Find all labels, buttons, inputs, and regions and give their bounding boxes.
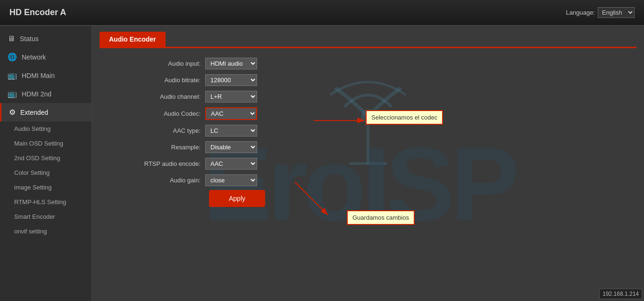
resample-label: Resample: — [130, 144, 205, 151]
sidebar-sub-onvif[interactable]: onvif setting — [0, 224, 92, 239]
network-icon: 🌐 — [8, 52, 17, 61]
audio-channel-select[interactable]: L+R Left Right — [205, 91, 257, 103]
audio-input-label: Audio input: — [130, 60, 205, 67]
hdmi-2nd-icon: 📺 — [8, 89, 17, 98]
sidebar-sub-audio-setting[interactable]: Audio Setting — [0, 121, 92, 136]
audio-input-select[interactable]: HDMI audio LINE IN Disable — [205, 58, 257, 69]
audio-channel-row: Audio channel: L+R Left Right — [130, 91, 644, 103]
extended-icon: ⚙ — [9, 108, 16, 117]
audio-input-row: Audio input: HDMI audio LINE IN Disable — [130, 58, 644, 69]
aac-type-select[interactable]: LC HE HEv2 — [205, 125, 257, 137]
main-layout: 🖥 Status 🌐 Network 📺 HDMI Main 📺 HDMI 2n… — [0, 26, 644, 301]
sidebar-sub-image-setting[interactable]: image Setting — [0, 180, 92, 195]
hdmi-main-icon: 📺 — [8, 71, 17, 80]
codec-annotation: Seleccionamos el codec — [366, 110, 443, 125]
audio-codec-label: Audio Codec: — [130, 110, 205, 117]
audio-bitrate-label: Audio bitrate: — [130, 77, 205, 84]
rtsp-audio-label: RTSP audio encode: — [130, 160, 205, 167]
audio-bitrate-select[interactable]: 128000 64000 32000 — [205, 74, 257, 86]
sidebar-label-network: Network — [22, 53, 46, 61]
sidebar-label-status: Status — [20, 35, 39, 43]
language-area: Language: English Chinese — [566, 7, 635, 18]
ip-display: 192.168.1.214 — [599, 289, 642, 299]
codec-arrow — [314, 113, 370, 128]
sidebar-item-network[interactable]: 🌐 Network — [0, 48, 92, 66]
rtsp-audio-select[interactable]: AAC MP3 G711 — [205, 158, 257, 170]
resample-select[interactable]: Disable Enable — [205, 141, 257, 153]
apply-button[interactable]: Apply — [210, 191, 264, 206]
sidebar-sub-2nd-osd[interactable]: 2nd OSD Setting — [0, 151, 92, 165]
content-area: EroISP Audio Encoder Audio input: HDMI a… — [92, 26, 644, 301]
language-label: Language: — [566, 9, 595, 16]
sidebar-label-hdmi-2nd: HDMI 2nd — [22, 90, 51, 98]
audio-gain-select[interactable]: close low medium high — [205, 174, 257, 186]
monitor-icon: 🖥 — [8, 34, 15, 43]
apply-arrow — [281, 182, 337, 220]
header: HD Encoder A Language: English Chinese — [0, 0, 644, 26]
svg-line-6 — [295, 182, 328, 215]
sidebar-sub-rtmp-hls[interactable]: RTMP-HLS Setting — [0, 195, 92, 209]
sidebar-item-status[interactable]: 🖥 Status — [0, 30, 92, 48]
sidebar-label-extended: Extended — [20, 109, 48, 116]
resample-row: Resample: Disable Enable — [130, 141, 644, 153]
apply-row: Apply — [130, 191, 644, 206]
sidebar-item-hdmi-2nd[interactable]: 📺 HDMI 2nd — [0, 85, 92, 103]
audio-gain-label: Audio gain: — [130, 177, 205, 184]
sidebar: 🖥 Status 🌐 Network 📺 HDMI Main 📺 HDMI 2n… — [0, 26, 92, 301]
sidebar-item-hdmi-main[interactable]: 📺 HDMI Main — [0, 66, 92, 85]
sidebar-sub-main-osd[interactable]: Main OSD Setting — [0, 136, 92, 151]
audio-bitrate-row: Audio bitrate: 128000 64000 32000 — [130, 74, 644, 86]
tab-header: Audio Encoder — [92, 26, 644, 48]
app-title: HD Encoder A — [9, 8, 66, 17]
form-area: Audio input: HDMI audio LINE IN Disable … — [92, 48, 644, 220]
sidebar-sub-color-setting[interactable]: Color Setting — [0, 165, 92, 180]
sidebar-sub-smart-encoder[interactable]: Smart Encoder — [0, 209, 92, 224]
aac-type-label: AAC type: — [130, 127, 205, 134]
audio-gain-row: Audio gain: close low medium high — [130, 174, 644, 186]
sidebar-label-hdmi-main: HDMI Main — [22, 72, 55, 79]
sidebar-item-extended[interactable]: ⚙ Extended — [0, 103, 92, 121]
apply-annotation: Guardamos cambios — [347, 210, 415, 225]
aac-type-row: AAC type: LC HE HEv2 — [130, 125, 644, 137]
audio-channel-label: Audio channel: — [130, 93, 205, 100]
rtsp-audio-row: RTSP audio encode: AAC MP3 G711 — [130, 158, 644, 170]
audio-codec-select[interactable]: AAC MP3 G711 — [205, 107, 257, 120]
tab-audio-encoder[interactable]: Audio Encoder — [100, 32, 166, 47]
language-select[interactable]: English Chinese — [598, 7, 635, 18]
